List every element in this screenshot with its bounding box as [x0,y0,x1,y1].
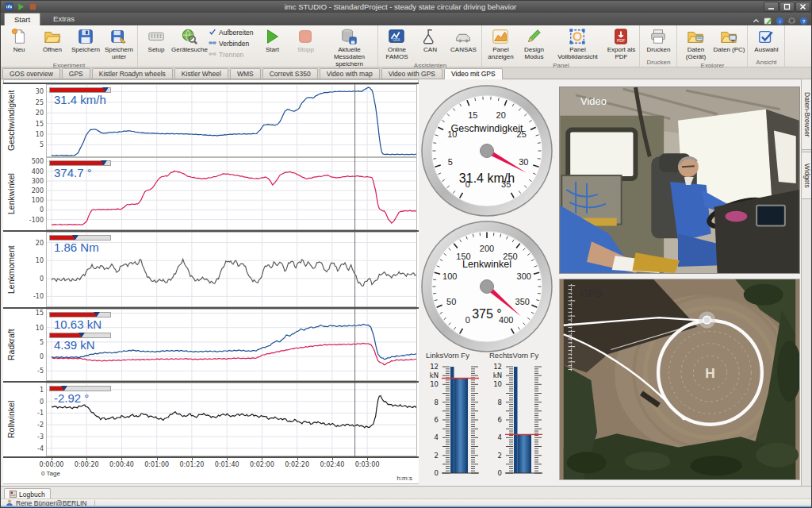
panel-tab-correvit-s350[interactable]: Correvit S350 [262,68,318,79]
x-tick-label: 0:00:20 [69,461,104,468]
value-readout: 374.7 ° [54,166,92,179]
svg-text:300: 300 [517,271,531,281]
meter-title: LinksVorn Fy [426,351,469,360]
stop-icon [297,27,314,46]
ribbon-button-daten-gerät-[interactable]: Daten (Gerät) [679,26,712,62]
ribbon-button-stopp[interactable]: Stopp [289,26,322,55]
ribbon-group-gerätesteuerung: SetupGerätesucheAufbereitenVerbindenTren… [138,25,378,67]
ribbon-button-can[interactable]: CAN [413,26,446,55]
svg-text:kN: kN [430,371,439,379]
chart-plot-area[interactable] [46,383,417,460]
panel-tab-gps[interactable]: GPS [62,68,90,79]
y-tick-label: 5 [19,141,44,148]
ribbon-button-verbinden[interactable]: Verbinden [209,39,253,48]
value-slider[interactable] [49,87,111,93]
chart-geschwindigkeit: Geschwindigkeit5101520253031.4 km/h [3,83,419,159]
y-tick-label: 0 [19,275,44,283]
video-feed [560,87,799,273]
ribbon-group-ansicht: AuswahlAnsicht [748,25,785,67]
ribbon-button-gerätesuche[interactable]: Gerätesuche [173,26,206,55]
pencil-icon [525,27,542,46]
y-tick-label: 30 [19,88,44,95]
svg-text:6: 6 [498,416,502,424]
svg-text:OFA: OFA [393,38,401,42]
famos-icon: OFA [388,27,405,46]
svg-text:10: 10 [493,380,502,388]
svg-text:5: 5 [448,157,453,167]
svg-text:Lenkwinkel: Lenkwinkel [462,259,511,270]
ribbon-button-daten-pc-[interactable]: Daten (PC) [712,26,745,55]
panel-tab-kistler-wheel[interactable]: Kistler Wheel [174,68,228,79]
ribbon-button-panel-vollbildansicht[interactable]: Panel Vollbildansicht [550,26,604,62]
minimize-button[interactable] [764,2,779,12]
pdf-icon: PDF [612,27,630,46]
close-button[interactable] [795,2,810,12]
value-slider[interactable] [49,160,111,166]
x-tick-label: 0:00:00 [34,461,69,468]
video-panel-label: Video [580,95,607,107]
ribbon-button-auswahl[interactable]: Auswahl [749,26,783,55]
ribbon-button-aufbereiten[interactable]: Aufbereiten [209,28,253,37]
side-tab-daten-browser[interactable]: Daten-Browser [802,79,812,150]
y-tick-label: 5 [19,339,44,346]
value-slider[interactable] [49,386,111,391]
ribbon-button-öffnen[interactable]: Öffnen [36,26,69,55]
svg-text:0: 0 [435,469,439,477]
ribbon-button-cansas[interactable]: CANSAS [446,26,480,55]
helipad-mark: H [705,365,715,381]
chart-plot-area[interactable] [46,157,417,233]
value-slider[interactable] [49,333,111,338]
value-slider[interactable] [49,235,111,241]
ribbon-tab-extras[interactable]: Extras [44,13,84,25]
chart-plot-area[interactable] [46,232,417,310]
gauge-lenkwinkel: 050100150200250300350400Lenkwinkel375 ° [420,220,553,353]
chart-rollwinkel: Rollwinkel-4-3-2-101-2.92 ° [3,383,419,458]
svg-text:350: 350 [515,297,530,306]
ribbon-button-speichern-unter[interactable]: Speichern unter [102,26,136,62]
panel-tab-video-with-gps[interactable]: Video with GPS [381,68,442,79]
svg-text:8: 8 [435,398,439,406]
ribbon-button-setup[interactable]: Setup [140,26,173,55]
ribbon-button-speichern[interactable]: Speichern [69,26,102,55]
panel-tab-gos-overview[interactable]: GOS overview [2,68,60,79]
quick-access-toolbar [4,2,37,11]
svg-text:kN: kN [493,371,502,379]
chart-plot-area[interactable] [46,309,417,384]
play-small[interactable] [16,2,25,11]
ribbon-button-start[interactable]: Start [255,26,289,55]
ribbon-button-export-als-pdf[interactable]: PDFExport als PDF [604,26,638,62]
ribbon-button-aktuelle-messdaten-speichern[interactable]: Aktuelle Messdaten speichern [322,26,376,69]
panel-tab-video-mit-gps[interactable]: Video mit GPS [444,68,503,79]
gps-panel: H GPS [559,279,800,480]
panel-tab-video-with-map[interactable]: Video with map [320,68,380,79]
ribbon-button-drucken[interactable]: Drucken [642,26,675,55]
svg-text:6: 6 [435,416,439,424]
svg-text:12: 12 [430,363,439,371]
panel-tab-kistler-roadyn-wheels[interactable]: Kistler Roadyn wheels [92,68,173,79]
keyboard-icon [147,27,165,46]
ribbon-tab-start[interactable]: Start [4,13,40,25]
stop-small[interactable] [28,2,37,11]
ribbon-button-online-famos[interactable]: OFAOnline FAMOS [380,26,413,62]
x-tick-label: 0:00:40 [104,461,139,468]
ribbon-button-neu[interactable]: Neu [2,26,36,55]
panel-tab-wms[interactable]: WMS [230,68,261,79]
maximize-button[interactable] [779,2,795,12]
ribbon-button-trennen[interactable]: Trennen [209,50,253,60]
svg-text:375 °: 375 ° [472,307,502,321]
side-tab-widgets[interactable]: Widgets [802,152,812,199]
svg-text:2: 2 [498,452,502,460]
ribbon-group-explorer: Daten (Gerät)Daten (PC)Explorer [677,25,748,67]
value-slider[interactable] [49,312,111,318]
x-tick-label: 0:01:40 [209,461,244,468]
ribbon-button-panel-anzeigen[interactable]: Panel anzeigen [484,26,517,62]
logbuch-tab[interactable]: Logbuch [4,488,51,499]
ribbon-button-design-modus[interactable]: Design Modus [517,26,550,62]
imc-logo[interactable] [4,2,13,11]
x-tick-label: 0:02:20 [280,461,315,468]
check-small-icon [209,28,216,37]
y-tick-label: 10 [19,325,44,332]
y-tick-label: -5 [19,368,44,375]
svg-text:4: 4 [498,433,502,441]
gps-panel-label: GPS [580,287,602,299]
